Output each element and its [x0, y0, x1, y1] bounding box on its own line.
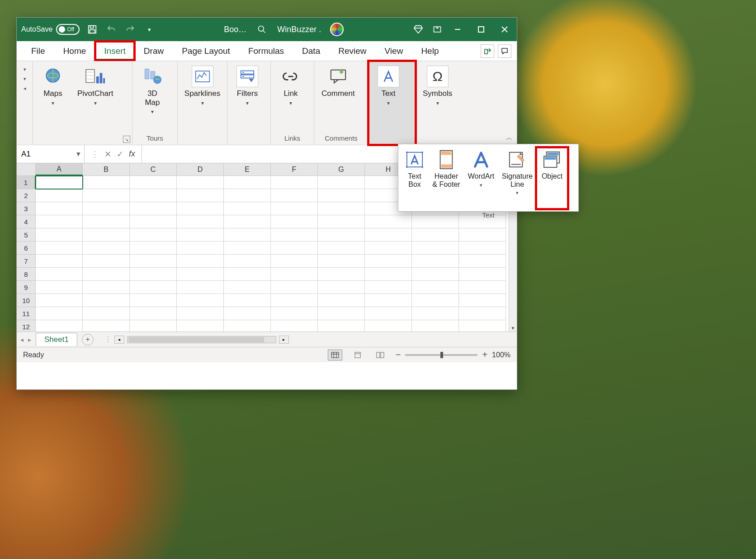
cell[interactable]	[83, 281, 130, 294]
tab-review[interactable]: Review	[329, 41, 375, 61]
cell[interactable]	[224, 307, 271, 320]
undo-icon[interactable]	[105, 23, 118, 36]
comment-button[interactable]: Comment	[319, 64, 358, 100]
cell[interactable]	[83, 228, 130, 242]
col-header[interactable]: A	[36, 163, 83, 175]
normal-view-button[interactable]	[328, 350, 342, 360]
page-layout-view-button[interactable]	[350, 350, 365, 360]
zoom-slider[interactable]	[405, 354, 477, 356]
col-header[interactable]: G	[318, 163, 365, 175]
horizontal-scrollbar[interactable]	[127, 336, 276, 343]
cell[interactable]	[130, 202, 177, 215]
cell[interactable]	[224, 320, 271, 332]
cell[interactable]	[83, 320, 130, 332]
fx-icon[interactable]: fx	[129, 149, 135, 159]
zoom-level[interactable]: 100%	[492, 351, 510, 359]
user-avatar[interactable]	[330, 23, 344, 36]
cell[interactable]	[459, 320, 506, 332]
diamond-icon[interactable]	[412, 23, 425, 36]
cell[interactable]	[459, 281, 506, 294]
cell[interactable]	[130, 215, 177, 228]
cell[interactable]	[36, 189, 83, 202]
row-header[interactable]: 7	[17, 255, 36, 268]
wordart-button[interactable]: WordArt ▾	[463, 147, 499, 190]
row-header[interactable]: 3	[17, 202, 36, 215]
name-box[interactable]: A1	[17, 145, 85, 163]
cell[interactable]	[130, 189, 177, 202]
3d-map-button[interactable]: 3D Map ▾	[137, 64, 168, 117]
symbols-button[interactable]: Ω Symbols ▾	[420, 64, 455, 108]
dialog-launcher-icon[interactable]: ↘	[123, 136, 130, 143]
cell[interactable]	[271, 242, 318, 255]
search-icon[interactable]	[255, 23, 268, 36]
cell[interactable]	[318, 268, 365, 281]
cell[interactable]	[177, 242, 224, 255]
share-button[interactable]	[481, 44, 494, 58]
cell[interactable]	[83, 268, 130, 281]
comments-button[interactable]	[498, 44, 511, 58]
cell[interactable]	[224, 281, 271, 294]
tab-data[interactable]: Data	[293, 41, 329, 61]
redo-icon[interactable]	[124, 23, 137, 36]
maximize-button[interactable]	[473, 22, 489, 37]
cell[interactable]	[271, 189, 318, 202]
cell[interactable]	[271, 307, 318, 320]
tab-insert[interactable]: Insert	[95, 41, 135, 61]
cell[interactable]	[365, 281, 412, 294]
row-header[interactable]: 1	[17, 176, 36, 189]
cell[interactable]	[412, 228, 459, 242]
row-header[interactable]: 12	[17, 320, 36, 332]
cell[interactable]	[271, 202, 318, 215]
ribbon-mode-icon[interactable]	[431, 23, 444, 36]
cell[interactable]	[412, 268, 459, 281]
col-header[interactable]: E	[224, 163, 271, 175]
cell[interactable]	[83, 307, 130, 320]
cell[interactable]	[318, 189, 365, 202]
tab-help[interactable]: Help	[412, 41, 448, 61]
cancel-icon[interactable]: ✕	[104, 149, 111, 159]
cell[interactable]	[177, 228, 224, 242]
cell[interactable]	[459, 268, 506, 281]
row-header[interactable]: 8	[17, 268, 36, 281]
cell[interactable]	[459, 242, 506, 255]
cell[interactable]	[177, 320, 224, 332]
autosave-switch[interactable]: Off	[56, 24, 80, 35]
col-header[interactable]: F	[271, 163, 318, 175]
cell[interactable]	[177, 215, 224, 228]
cell[interactable]	[177, 294, 224, 307]
tab-page-layout[interactable]: Page Layout	[173, 41, 239, 61]
cell[interactable]	[83, 176, 130, 189]
cell[interactable]	[130, 294, 177, 307]
text-box-button[interactable]: Text Box	[400, 147, 429, 190]
qat-dropdown-icon[interactable]: ▾	[143, 23, 156, 36]
zoom-in-button[interactable]: +	[482, 350, 487, 360]
chevron-down-icon[interactable]: ▾	[24, 76, 26, 82]
cell[interactable]	[318, 228, 365, 242]
cell[interactable]	[412, 307, 459, 320]
cell[interactable]	[130, 255, 177, 268]
col-header[interactable]: D	[177, 163, 224, 175]
cell[interactable]	[177, 189, 224, 202]
tab-home[interactable]: Home	[54, 41, 95, 61]
cell[interactable]	[271, 255, 318, 268]
cell[interactable]	[318, 242, 365, 255]
cell[interactable]	[412, 294, 459, 307]
cell[interactable]	[365, 294, 412, 307]
signature-line-button[interactable]: Signature Line ▾	[499, 147, 536, 198]
cell[interactable]	[36, 281, 83, 294]
cell[interactable]	[459, 307, 506, 320]
select-all-corner[interactable]	[17, 163, 36, 175]
cell[interactable]	[177, 176, 224, 189]
save-icon[interactable]	[86, 23, 99, 36]
text-group-button[interactable]: Text ▾	[369, 61, 416, 145]
cell[interactable]	[36, 255, 83, 268]
cell[interactable]	[36, 307, 83, 320]
cell[interactable]	[224, 215, 271, 228]
row-header[interactable]: 6	[17, 242, 36, 255]
autosave-toggle[interactable]: AutoSave Off	[21, 24, 80, 35]
cell[interactable]	[36, 294, 83, 307]
cell[interactable]	[412, 281, 459, 294]
tab-draw[interactable]: Draw	[135, 41, 173, 61]
close-button[interactable]	[497, 22, 512, 37]
row-header[interactable]: 2	[17, 189, 36, 202]
